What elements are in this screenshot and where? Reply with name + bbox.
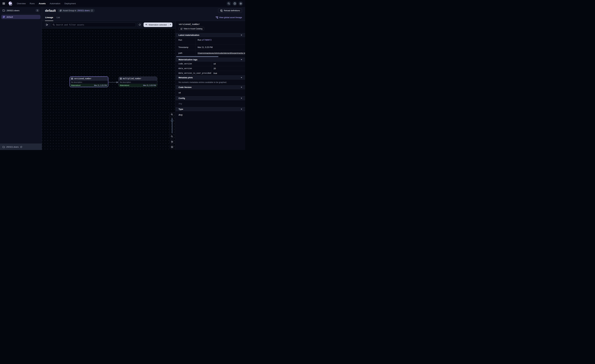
asset-node-multiplied-number[interactable]: multiplied_number No description Materia…	[119, 77, 157, 87]
tag-key: code_version	[176, 62, 211, 66]
section-metadata-plots[interactable]: Metadata plots	[176, 76, 245, 79]
table-row-path: path /Users/smackesey/stm/code/elementl/…	[176, 50, 245, 56]
table-icon	[71, 78, 73, 79]
node-status: Materialized	[71, 84, 80, 86]
path-link[interactable]: /Users/smackesey/stm/code/elementl/exper…	[198, 52, 245, 54]
sidebar-repo-row[interactable]: 250321-dvers 1	[0, 7, 42, 14]
group-label: default	[7, 16, 13, 18]
section-code-version[interactable]: Code Version	[176, 85, 245, 89]
repo-count-badge: 1	[36, 9, 39, 12]
asset-sidebar: 250321-dvers 1 default 250321-dvers	[0, 7, 42, 150]
asset-node-versioned-number[interactable]: versioned_number No description Material…	[70, 76, 108, 87]
node-timestamp: Mar 21, 5:25 PM	[143, 84, 156, 86]
download-image-button[interactable]	[170, 145, 174, 149]
top-nav: Overview Runs Assets Automation Deployme…	[0, 0, 245, 7]
type-value: Any	[176, 111, 245, 119]
node-description: No description	[119, 81, 157, 84]
nav-runs[interactable]: Runs	[30, 2, 35, 5]
row-value: Mar 21, 5:25 PM	[195, 44, 245, 50]
config-value: Any	[176, 100, 245, 107]
expand-panel-icon[interactable]	[45, 22, 50, 27]
canvas-zoom-controls	[170, 112, 174, 149]
view-tabs-row: Lineage List View global asset lineage	[42, 14, 245, 21]
caret-down-icon	[241, 77, 242, 78]
run-id-link[interactable]: ef7800f2	[202, 39, 212, 41]
table-row-timestamp: Timestamp Mar 21, 5:25 PM	[176, 44, 245, 50]
materialize-dropdown-caret[interactable]	[169, 22, 172, 27]
lineage-graph-icon	[216, 16, 218, 19]
gear-icon[interactable]	[238, 1, 243, 6]
download-icon	[171, 146, 173, 148]
help-icon[interactable]	[233, 1, 237, 6]
refresh-icon[interactable]	[137, 22, 142, 27]
reload-definitions-button[interactable]: Reload definitions	[218, 8, 242, 13]
folder-icon	[2, 146, 5, 148]
nav-overview[interactable]: Overview	[17, 2, 26, 5]
gear-icon	[171, 140, 173, 143]
topnav-actions	[227, 1, 243, 6]
reload-definitions-label: Reload definitions	[224, 9, 240, 12]
section-config[interactable]: Config	[176, 96, 245, 100]
section-latest-materialization[interactable]: Latest materialization	[176, 33, 245, 37]
tag-value: 20	[211, 66, 245, 71]
node-name: multiplied_number	[123, 77, 141, 80]
dagster-app: Overview Runs Assets Automation Deployme…	[0, 0, 245, 150]
lineage-edge-arrow	[108, 81, 119, 84]
search-input[interactable]	[56, 24, 134, 26]
caret-down-icon	[241, 87, 242, 88]
chevron-down-icon	[170, 24, 171, 25]
repo-name: 250321-dvers	[7, 9, 34, 12]
tab-list[interactable]: List	[57, 14, 60, 21]
sidebar-item-default-group[interactable]: default	[1, 15, 41, 19]
dagster-logo-icon[interactable]	[8, 1, 13, 6]
badge-repo-link[interactable]: 250321-dvers	[77, 9, 90, 12]
primary-nav: Overview Runs Assets Automation Deployme…	[17, 2, 76, 5]
horizontal-scrollbar[interactable]	[176, 56, 218, 57]
materialize-selected-button[interactable]: Materialize selected	[143, 22, 172, 27]
tag-value: true	[211, 71, 245, 76]
hamburger-menu-icon[interactable]	[2, 2, 5, 5]
refresh-icon[interactable]	[91, 9, 93, 12]
tag-row-code-version: code_version v4	[176, 62, 245, 66]
section-materialization-tags[interactable]: Materialization tags	[176, 58, 245, 62]
footer-repo-name: 250321-dvers	[6, 146, 19, 148]
nav-deployment[interactable]: Deployment	[64, 2, 76, 5]
canvas-settings-button[interactable]	[170, 140, 174, 144]
section-type[interactable]: Type	[176, 107, 245, 111]
view-in-asset-catalog-button[interactable]: View in Asset Catalog	[179, 27, 204, 31]
folder-icon	[2, 9, 5, 12]
search-icon	[53, 24, 55, 26]
caret-down-icon	[241, 109, 242, 110]
external-link-icon	[180, 28, 183, 30]
tag-row-data-version: data_version 20	[176, 66, 245, 71]
zoom-in-icon	[171, 113, 173, 116]
caret-down-icon	[241, 98, 242, 99]
zoom-out-button[interactable]	[170, 134, 174, 139]
asset-group-badge[interactable]: Asset Group in 250321-dvers	[58, 9, 95, 12]
nav-automation[interactable]: Automation	[50, 2, 60, 5]
search-icon[interactable]	[227, 1, 231, 6]
zoom-slider[interactable]	[170, 117, 174, 134]
view-global-asset-lineage-link[interactable]: View global asset lineage	[216, 16, 242, 19]
refresh-icon[interactable]	[20, 146, 22, 148]
nav-assets[interactable]: Assets	[39, 2, 46, 5]
row-label: Timestamp	[176, 44, 195, 50]
badge-prefix: Asset Group in	[63, 9, 76, 12]
zoom-in-button[interactable]	[170, 112, 174, 117]
caret-down-icon	[241, 59, 242, 60]
sparkles-icon	[145, 24, 148, 26]
tab-lineage[interactable]: Lineage	[45, 14, 53, 21]
reload-cube-icon	[220, 9, 223, 12]
view-tabs: Lineage List	[45, 14, 60, 21]
lineage-canvas[interactable]: versioned_number No description Material…	[42, 28, 175, 150]
page-header: default Asset Group in 250321-dvers Relo…	[42, 7, 245, 14]
tag-key: data_version	[176, 66, 211, 71]
zoom-slider-thumb[interactable]	[171, 119, 173, 122]
node-name: versioned_number	[74, 77, 92, 80]
asset-search-box	[51, 22, 136, 27]
page-title: default	[45, 9, 56, 13]
asset-group-icon	[60, 9, 62, 12]
row-label: Run	[176, 37, 195, 44]
panel-asset-title: versioned_number	[179, 23, 242, 25]
tag-value: v4	[211, 62, 245, 66]
